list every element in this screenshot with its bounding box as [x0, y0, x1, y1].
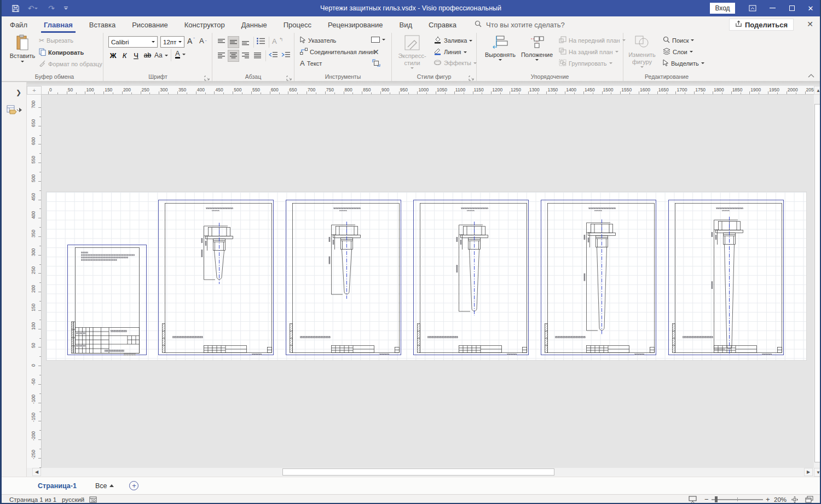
switch-windows-icon[interactable] — [805, 495, 813, 504]
zoom-slider-thumb[interactable] — [715, 496, 718, 502]
drawing-sheet-2[interactable] — [158, 200, 274, 355]
find-button[interactable]: Поиск — [663, 36, 694, 44]
send-to-back-button[interactable]: На задний план — [559, 48, 618, 56]
h-ruler-label: 2050 — [806, 87, 814, 92]
window-close-secondary-icon[interactable]: ✕ — [807, 20, 813, 28]
close-icon[interactable]: ✕ — [801, 0, 820, 16]
drawing-sheet-5[interactable] — [541, 200, 656, 355]
align-middle-button[interactable] — [228, 36, 239, 48]
select-button[interactable]: Выделить — [663, 59, 704, 67]
drawing-sheet-4[interactable] — [413, 200, 529, 355]
zoom-out-button[interactable]: − — [704, 495, 709, 504]
shrink-font-button[interactable]: Aˇ — [199, 37, 206, 45]
effects-button[interactable]: Эффекты — [433, 59, 477, 67]
scroll-down-icon[interactable]: ▼ — [814, 468, 821, 477]
page-tab[interactable]: Страница-1 — [38, 482, 77, 490]
bullets-button[interactable] — [257, 38, 265, 44]
presentation-mode-icon[interactable] — [689, 495, 697, 504]
text-block-tool-button[interactable] — [372, 59, 380, 67]
strikethrough-button[interactable]: ab — [142, 49, 153, 61]
all-pages-button[interactable]: Все — [95, 482, 114, 490]
grow-font-button[interactable]: Aˆ — [187, 37, 195, 45]
line-button[interactable]: Линия — [433, 48, 467, 56]
collapse-ribbon-icon[interactable] — [808, 70, 814, 80]
align-top-button[interactable] — [216, 36, 227, 48]
font-color-button[interactable]: А — [175, 50, 186, 59]
increase-indent-button[interactable] — [281, 51, 290, 58]
font-family-select[interactable]: Calibri — [108, 36, 158, 48]
rectangle-tool-button[interactable] — [371, 37, 385, 43]
copy-button[interactable]: Копировать — [39, 48, 84, 57]
text-tool-button[interactable]: A Текст — [300, 59, 322, 67]
ribbon-display-options-icon[interactable] — [744, 0, 761, 16]
horizontal-scrollbar[interactable]: ◀ ▶ — [27, 468, 814, 477]
decrease-indent-button[interactable] — [269, 51, 277, 58]
ribbon-shadow — [2, 81, 820, 86]
font-size-select[interactable]: 12пт — [160, 36, 184, 48]
italic-button[interactable]: К — [119, 49, 130, 61]
vertical-scroll-thumb[interactable] — [814, 104, 821, 462]
tab-view[interactable]: Вид — [391, 16, 420, 33]
group-shapes-button[interactable]: Группировать — [559, 59, 612, 67]
scroll-right-icon[interactable]: ▶ — [804, 468, 813, 476]
underline-button[interactable]: Ч — [130, 49, 142, 61]
scroll-up-icon[interactable]: ▲ — [814, 86, 821, 95]
drawing-sheet-6[interactable] — [668, 200, 784, 355]
h-ruler-tick — [325, 91, 326, 94]
maximize-icon[interactable] — [784, 0, 800, 16]
h-ruler-minor-tick — [759, 92, 759, 94]
change-case-button[interactable]: Aa — [154, 51, 168, 59]
align-bottom-button[interactable] — [240, 36, 251, 48]
align-left-button[interactable] — [216, 50, 227, 62]
page-indicator[interactable]: Страница 1 из 1 — [9, 495, 56, 504]
drawing-sheet-3[interactable] — [286, 200, 401, 355]
add-page-button[interactable]: + — [129, 481, 138, 490]
tab-home[interactable]: Главная — [36, 16, 81, 33]
share-button[interactable]: Поделиться — [729, 19, 794, 31]
tab-file[interactable]: Файл — [2, 16, 36, 33]
cut-button[interactable]: ✂ Вырезать — [39, 37, 73, 44]
stencil-flyout-arrow-icon[interactable] — [19, 108, 22, 112]
align-center-button[interactable] — [228, 50, 239, 62]
connector-tool-button[interactable]: Соединительная линия — [300, 48, 375, 56]
tab-review[interactable]: Рецензирование — [320, 16, 391, 33]
paste-button[interactable]: Вставить — [9, 34, 36, 62]
zoom-slider-track[interactable] — [712, 499, 763, 500]
quick-styles-button[interactable]: Экспресс-стили — [396, 34, 428, 69]
fill-button[interactable]: Заливка — [433, 36, 472, 45]
signin-button[interactable]: Вход — [710, 3, 735, 14]
tell-me-search[interactable]: Что вы хотите сделать? — [475, 16, 565, 33]
align-shapes-button[interactable]: Выровнять — [483, 34, 517, 61]
zoom-level[interactable]: 20% — [774, 495, 787, 504]
connection-point-tool-icon[interactable]: ✕ — [373, 48, 379, 56]
tab-process[interactable]: Процесс — [275, 16, 320, 33]
minimize-icon[interactable] — [764, 0, 780, 16]
position-button[interactable]: Положение — [519, 34, 554, 61]
fit-page-to-window-icon[interactable] — [791, 495, 799, 504]
drawing-sheet-1[interactable] — [67, 245, 147, 355]
bold-button[interactable]: Ж — [107, 49, 119, 61]
tab-insert[interactable]: Вставка — [81, 16, 124, 33]
h-ruler-label: 600 — [271, 87, 279, 92]
change-shape-button[interactable]: Изменить фигуру — [627, 34, 657, 68]
justify-button[interactable] — [252, 50, 263, 62]
vertical-scrollbar[interactable]: ▲ ▼ — [814, 86, 821, 477]
align-right-button[interactable] — [240, 50, 251, 62]
drawing-canvas[interactable] — [42, 95, 814, 468]
tab-data[interactable]: Данные — [233, 16, 275, 33]
tab-help[interactable]: Справка — [420, 16, 465, 33]
scroll-left-icon[interactable]: ◀ — [32, 468, 41, 476]
zoom-in-button[interactable]: + — [766, 495, 770, 504]
tab-draw[interactable]: Рисование — [124, 16, 176, 33]
language-indicator[interactable]: русский — [62, 495, 84, 504]
macro-record-icon[interactable] — [89, 495, 97, 504]
shapes-panel-expand-icon[interactable]: ❯ — [16, 89, 21, 96]
tab-design[interactable]: Конструктор — [176, 16, 233, 33]
layers-button[interactable]: Слои — [663, 48, 693, 56]
rotate-text-button[interactable]: A↰ — [272, 37, 283, 45]
pointer-tool-button[interactable]: Указатель — [300, 36, 336, 44]
stencil-icon[interactable] — [7, 105, 19, 117]
format-painter-button[interactable]: Формат по образцу — [39, 60, 102, 68]
bring-to-front-button[interactable]: На передний план — [559, 36, 626, 44]
horizontal-scroll-thumb[interactable] — [282, 468, 554, 476]
